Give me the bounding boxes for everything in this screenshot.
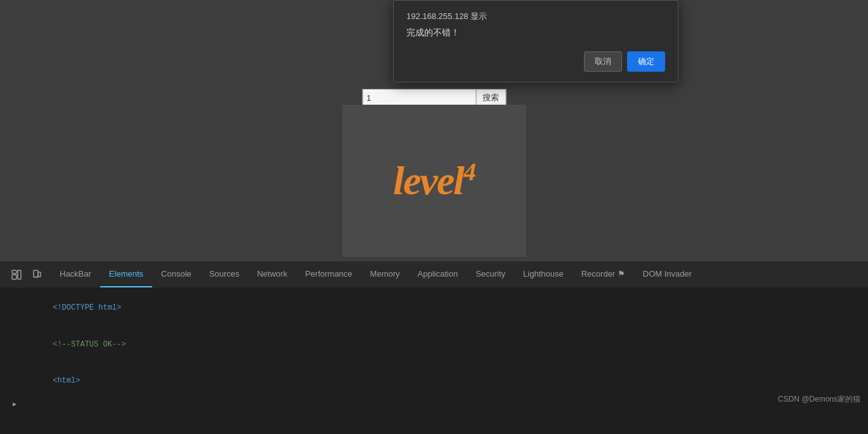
alert-message: 完成的不错！ [406,27,665,39]
tab-elements[interactable]: Elements [100,261,152,287]
tab-performance[interactable]: Performance [296,261,361,287]
tab-memory[interactable]: Memory [361,261,409,287]
confirm-button[interactable]: 确定 [627,51,665,72]
level-logo: level4 [393,157,475,204]
tab-dom-invader[interactable]: DOM Invader [634,261,701,287]
code-line: <!--STATUS OK--> [0,327,868,364]
search-area: 搜索 [362,89,506,107]
code-line: <html> [0,363,868,400]
tab-hackbar[interactable]: HackBar [51,261,100,287]
devtools-tabs: HackBar Elements Console Sources Network… [51,261,865,287]
cancel-button[interactable]: 取消 [584,51,622,72]
webpage-area: 192.168.255.128 显示 完成的不错！ 取消 确定 搜索 level… [0,0,868,261]
search-button[interactable]: 搜索 [476,89,506,107]
svg-rect-0 [12,270,16,273]
alert-dialog: 192.168.255.128 显示 完成的不错！ 取消 确定 [393,0,678,82]
code-line: <head>…</head> [0,400,868,407]
search-input[interactable] [362,89,476,107]
tab-recorder[interactable]: Recorder ⚑ [573,261,634,287]
devtools-bar: HackBar Elements Console Sources Network… [0,261,868,287]
tab-lighthouse[interactable]: Lighthouse [514,261,573,287]
devtools-container: HackBar Elements Console Sources Network… [0,261,868,407]
watermark: CSDN @Demons家的猫 [778,394,860,405]
device-icon[interactable] [28,266,46,284]
tab-application[interactable]: Application [409,261,467,287]
alert-buttons: 取消 确定 [406,51,665,72]
code-line: <!DOCTYPE html> [0,290,868,327]
alert-origin: 192.168.255.128 显示 [406,11,665,22]
svg-rect-1 [12,275,16,279]
inspect-icon[interactable] [8,266,25,284]
level-logo-area: level4 [342,105,526,257]
tab-console[interactable]: Console [152,261,200,287]
svg-rect-2 [18,270,21,279]
tab-sources[interactable]: Sources [200,261,249,287]
tab-network[interactable]: Network [248,261,296,287]
tab-security[interactable]: Security [467,261,514,287]
svg-rect-4 [38,272,41,277]
devtools-icons [3,261,51,287]
code-editor: <!DOCTYPE html> <!--STATUS OK--> <html> … [0,287,868,407]
